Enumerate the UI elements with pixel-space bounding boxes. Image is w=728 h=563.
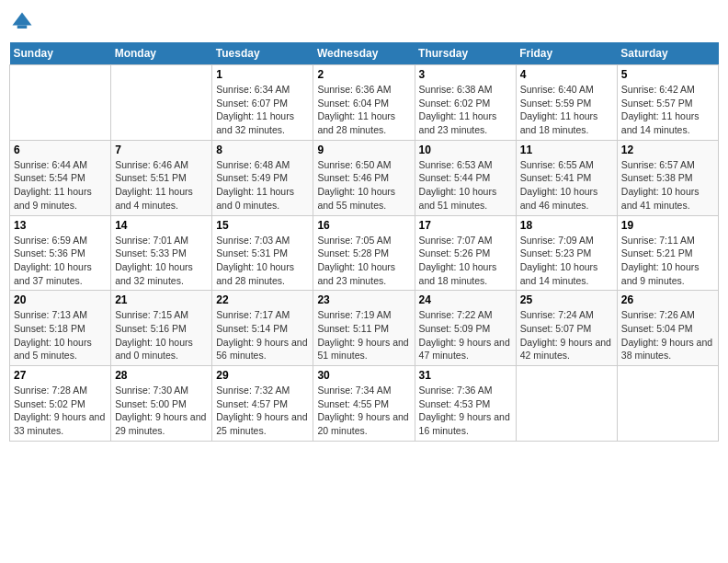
day-number: 15 <box>216 219 309 232</box>
calendar-week-row: 6Sunrise: 6:44 AM Sunset: 5:54 PM Daylig… <box>10 140 719 215</box>
calendar-cell: 3Sunrise: 6:38 AM Sunset: 6:02 PM Daylig… <box>415 65 516 141</box>
weekday-header: Tuesday <box>212 42 313 65</box>
calendar-cell: 2Sunrise: 6:36 AM Sunset: 6:04 PM Daylig… <box>313 65 415 141</box>
calendar-cell: 19Sunrise: 7:11 AM Sunset: 5:21 PM Dayli… <box>617 215 718 291</box>
weekday-header: Sunday <box>10 42 111 65</box>
calendar-cell: 10Sunrise: 6:53 AM Sunset: 5:44 PM Dayli… <box>415 140 516 215</box>
calendar-cell: 18Sunrise: 7:09 AM Sunset: 5:23 PM Dayli… <box>516 215 617 291</box>
weekday-header: Wednesday <box>313 42 415 65</box>
day-number: 19 <box>621 219 714 232</box>
calendar-cell: 5Sunrise: 6:42 AM Sunset: 5:57 PM Daylig… <box>617 65 718 141</box>
day-detail: Sunrise: 7:28 AM Sunset: 5:02 PM Dayligh… <box>14 384 107 438</box>
day-detail: Sunrise: 6:42 AM Sunset: 5:57 PM Dayligh… <box>621 83 714 137</box>
day-number: 22 <box>216 293 309 306</box>
day-detail: Sunrise: 7:26 AM Sunset: 5:04 PM Dayligh… <box>621 308 714 362</box>
day-detail: Sunrise: 7:13 AM Sunset: 5:18 PM Dayligh… <box>14 308 107 362</box>
weekday-header: Monday <box>111 42 212 65</box>
calendar-cell: 20Sunrise: 7:13 AM Sunset: 5:18 PM Dayli… <box>10 291 111 366</box>
day-detail: Sunrise: 7:05 AM Sunset: 5:28 PM Dayligh… <box>317 234 410 288</box>
calendar-cell: 24Sunrise: 7:22 AM Sunset: 5:09 PM Dayli… <box>415 291 516 366</box>
calendar-cell: 14Sunrise: 7:01 AM Sunset: 5:33 PM Dayli… <box>111 215 212 291</box>
day-detail: Sunrise: 6:57 AM Sunset: 5:38 PM Dayligh… <box>621 158 714 213</box>
weekday-header: Friday <box>516 42 617 65</box>
day-detail: Sunrise: 6:44 AM Sunset: 5:54 PM Dayligh… <box>14 158 107 213</box>
calendar-table: SundayMondayTuesdayWednesdayThursdayFrid… <box>9 42 719 442</box>
calendar-cell: 8Sunrise: 6:48 AM Sunset: 5:49 PM Daylig… <box>212 140 313 215</box>
calendar-week-row: 27Sunrise: 7:28 AM Sunset: 5:02 PM Dayli… <box>10 366 719 442</box>
day-number: 26 <box>621 293 714 306</box>
day-number: 1 <box>216 68 309 81</box>
day-detail: Sunrise: 7:34 AM Sunset: 4:55 PM Dayligh… <box>317 384 410 438</box>
day-detail: Sunrise: 6:46 AM Sunset: 5:51 PM Dayligh… <box>115 158 208 213</box>
page-header <box>9 9 719 35</box>
day-detail: Sunrise: 6:38 AM Sunset: 6:02 PM Dayligh… <box>419 83 512 137</box>
calendar-cell: 16Sunrise: 7:05 AM Sunset: 5:28 PM Dayli… <box>313 215 415 291</box>
calendar-cell <box>617 366 718 442</box>
logo <box>9 9 39 35</box>
weekday-header-row: SundayMondayTuesdayWednesdayThursdayFrid… <box>10 42 719 65</box>
calendar-cell: 13Sunrise: 6:59 AM Sunset: 5:36 PM Dayli… <box>10 215 111 291</box>
day-number: 31 <box>419 369 512 382</box>
day-number: 16 <box>317 219 410 232</box>
weekday-header: Thursday <box>415 42 516 65</box>
calendar-week-row: 13Sunrise: 6:59 AM Sunset: 5:36 PM Dayli… <box>10 215 719 291</box>
calendar-cell: 28Sunrise: 7:30 AM Sunset: 5:00 PM Dayli… <box>111 366 212 442</box>
day-number: 13 <box>14 219 107 232</box>
day-detail: Sunrise: 6:48 AM Sunset: 5:49 PM Dayligh… <box>216 158 309 213</box>
logo-icon <box>9 9 35 35</box>
day-number: 20 <box>14 293 107 306</box>
day-number: 27 <box>14 369 107 382</box>
calendar-cell <box>516 366 617 442</box>
day-detail: Sunrise: 7:32 AM Sunset: 4:57 PM Dayligh… <box>216 384 309 438</box>
calendar-cell: 15Sunrise: 7:03 AM Sunset: 5:31 PM Dayli… <box>212 215 313 291</box>
day-detail: Sunrise: 7:15 AM Sunset: 5:16 PM Dayligh… <box>115 308 208 362</box>
calendar-cell <box>111 65 212 141</box>
day-detail: Sunrise: 6:34 AM Sunset: 6:07 PM Dayligh… <box>216 83 309 137</box>
day-detail: Sunrise: 7:36 AM Sunset: 4:53 PM Dayligh… <box>419 384 512 438</box>
weekday-header: Saturday <box>617 42 718 65</box>
day-detail: Sunrise: 7:01 AM Sunset: 5:33 PM Dayligh… <box>115 234 208 288</box>
calendar-cell: 25Sunrise: 7:24 AM Sunset: 5:07 PM Dayli… <box>516 291 617 366</box>
day-number: 30 <box>317 369 410 382</box>
day-detail: Sunrise: 7:07 AM Sunset: 5:26 PM Dayligh… <box>419 234 512 288</box>
day-detail: Sunrise: 7:19 AM Sunset: 5:11 PM Dayligh… <box>317 308 410 362</box>
calendar-cell: 6Sunrise: 6:44 AM Sunset: 5:54 PM Daylig… <box>10 140 111 215</box>
day-number: 10 <box>419 144 512 156</box>
day-number: 9 <box>317 144 410 156</box>
day-detail: Sunrise: 7:09 AM Sunset: 5:23 PM Dayligh… <box>520 234 613 288</box>
calendar-cell: 21Sunrise: 7:15 AM Sunset: 5:16 PM Dayli… <box>111 291 212 366</box>
day-detail: Sunrise: 6:36 AM Sunset: 6:04 PM Dayligh… <box>317 83 410 137</box>
svg-rect-1 <box>17 26 28 29</box>
calendar-cell: 27Sunrise: 7:28 AM Sunset: 5:02 PM Dayli… <box>10 366 111 442</box>
calendar-cell: 12Sunrise: 6:57 AM Sunset: 5:38 PM Dayli… <box>617 140 718 215</box>
calendar-week-row: 20Sunrise: 7:13 AM Sunset: 5:18 PM Dayli… <box>10 291 719 366</box>
day-detail: Sunrise: 7:22 AM Sunset: 5:09 PM Dayligh… <box>419 308 512 362</box>
day-number: 4 <box>520 68 613 81</box>
day-detail: Sunrise: 7:17 AM Sunset: 5:14 PM Dayligh… <box>216 308 309 362</box>
day-detail: Sunrise: 7:30 AM Sunset: 5:00 PM Dayligh… <box>115 384 208 438</box>
day-detail: Sunrise: 7:03 AM Sunset: 5:31 PM Dayligh… <box>216 234 309 288</box>
calendar-cell: 7Sunrise: 6:46 AM Sunset: 5:51 PM Daylig… <box>111 140 212 215</box>
day-detail: Sunrise: 6:40 AM Sunset: 5:59 PM Dayligh… <box>520 83 613 137</box>
day-number: 24 <box>419 293 512 306</box>
calendar-cell <box>10 65 111 141</box>
calendar-cell: 22Sunrise: 7:17 AM Sunset: 5:14 PM Dayli… <box>212 291 313 366</box>
calendar-cell: 1Sunrise: 6:34 AM Sunset: 6:07 PM Daylig… <box>212 65 313 141</box>
calendar-week-row: 1Sunrise: 6:34 AM Sunset: 6:07 PM Daylig… <box>10 65 719 141</box>
day-detail: Sunrise: 6:53 AM Sunset: 5:44 PM Dayligh… <box>419 158 512 213</box>
calendar-cell: 17Sunrise: 7:07 AM Sunset: 5:26 PM Dayli… <box>415 215 516 291</box>
calendar-cell: 31Sunrise: 7:36 AM Sunset: 4:53 PM Dayli… <box>415 366 516 442</box>
day-number: 12 <box>621 144 714 156</box>
day-number: 17 <box>419 219 512 232</box>
day-number: 21 <box>115 293 208 306</box>
calendar-cell: 4Sunrise: 6:40 AM Sunset: 5:59 PM Daylig… <box>516 65 617 141</box>
day-number: 7 <box>115 144 208 156</box>
day-number: 29 <box>216 369 309 382</box>
day-number: 14 <box>115 219 208 232</box>
day-number: 3 <box>419 68 512 81</box>
calendar-cell: 11Sunrise: 6:55 AM Sunset: 5:41 PM Dayli… <box>516 140 617 215</box>
day-number: 5 <box>621 68 714 81</box>
day-detail: Sunrise: 6:50 AM Sunset: 5:46 PM Dayligh… <box>317 158 410 213</box>
day-number: 28 <box>115 369 208 382</box>
day-number: 18 <box>520 219 613 232</box>
